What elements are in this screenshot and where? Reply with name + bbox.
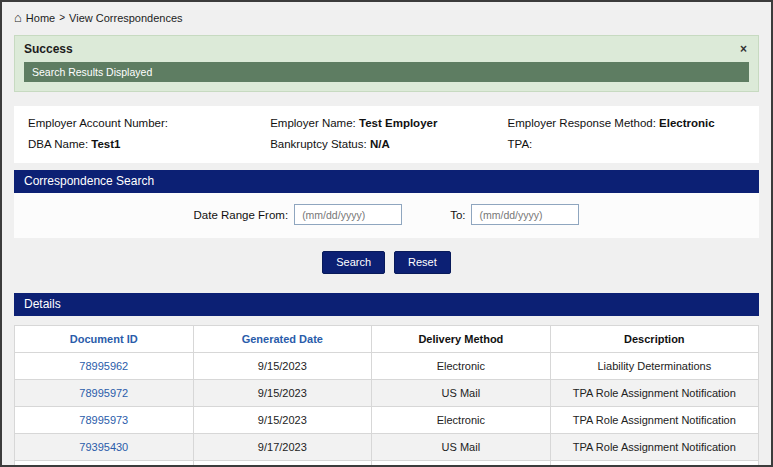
document-id-link[interactable]: 79395430 — [79, 441, 128, 453]
document-id-link[interactable]: 78995972 — [79, 387, 128, 399]
reset-button[interactable]: Reset — [394, 251, 451, 274]
date-range-to-label: To: — [450, 209, 465, 221]
description-cell: TPA Role Assignment Notification — [550, 380, 758, 407]
delivery-method-cell: Electronic — [372, 461, 551, 467]
delivery-method-cell: Electronic — [372, 407, 551, 434]
employer-account-number-field: Employer Account Number: — [28, 117, 270, 129]
dba-name-label: DBA Name: — [28, 138, 88, 150]
employer-response-method-value: Electronic — [659, 117, 715, 129]
tpa-field: TPA: — [508, 138, 745, 150]
table-row: 78995972 9/15/2023 US Mail TPA Role Assi… — [15, 380, 759, 407]
employer-response-method-field: Employer Response Method: Electronic — [508, 117, 745, 129]
details-header: Details — [14, 293, 759, 316]
alert-title: Success — [24, 42, 73, 56]
bankruptcy-status-field: Bankruptcy Status: N/A — [270, 138, 507, 150]
table-row: 78995973 9/15/2023 Electronic TPA Role A… — [15, 407, 759, 434]
correspondence-table: Document ID Generated Date Delivery Meth… — [14, 325, 759, 467]
generated-date-cell: 9/17/2023 — [193, 434, 372, 461]
employer-name-value: Test Employer — [359, 117, 437, 129]
generated-date-cell: 9/15/2023 — [193, 353, 372, 380]
tpa-label: TPA: — [508, 138, 533, 150]
delivery-method-cell: US Mail — [372, 380, 551, 407]
delivery-method-cell: US Mail — [372, 434, 551, 461]
employer-name-field: Employer Name: Test Employer — [270, 117, 507, 129]
employer-info-panel: Employer Account Number: Employer Name: … — [14, 106, 759, 163]
success-alert: Success × Search Results Displayed — [14, 35, 759, 92]
generated-date-cell: 9/15/2023 — [193, 407, 372, 434]
date-to-input[interactable] — [471, 204, 579, 225]
employer-name-label: Employer Name: — [270, 117, 356, 129]
home-icon: ⌂ — [14, 11, 22, 24]
table-row: 78995962 9/15/2023 Electronic Liability … — [15, 353, 759, 380]
search-button-row: Search Reset — [2, 251, 771, 274]
table-row: 79395431 9/17/2023 Electronic TPA Role A… — [15, 461, 759, 467]
generated-date-cell: 9/17/2023 — [193, 461, 372, 467]
column-header-delivery-method: Delivery Method — [372, 326, 551, 353]
bankruptcy-status-value: N/A — [370, 138, 390, 150]
dba-name-field: DBA Name: Test1 — [28, 138, 270, 150]
view-correspondences-page: ⌂ Home > View Correspondences Success × … — [0, 0, 773, 467]
employer-response-method-label: Employer Response Method: — [508, 117, 656, 129]
table-header-row: Document ID Generated Date Delivery Meth… — [15, 326, 759, 353]
column-header-description: Description — [550, 326, 758, 353]
description-cell: Liability Determinations — [550, 353, 758, 380]
alert-message: Search Results Displayed — [24, 62, 749, 82]
breadcrumb-separator-icon: > — [59, 12, 65, 23]
search-button[interactable]: Search — [322, 251, 385, 274]
employer-account-number-label: Employer Account Number: — [28, 117, 168, 129]
breadcrumb: ⌂ Home > View Correspondences — [2, 2, 771, 29]
document-id-link[interactable]: 78995973 — [79, 414, 128, 426]
delivery-method-cell: Electronic — [372, 353, 551, 380]
breadcrumb-home-link[interactable]: Home — [26, 12, 55, 24]
correspondence-table-wrap: Document ID Generated Date Delivery Meth… — [14, 325, 759, 467]
table-row: 79395430 9/17/2023 US Mail TPA Role Assi… — [15, 434, 759, 461]
generated-date-cell: 9/15/2023 — [193, 380, 372, 407]
description-cell: TPA Role Assignment Notification — [550, 461, 758, 467]
correspondence-search-header: Correspondence Search — [14, 170, 759, 193]
close-icon[interactable]: × — [738, 43, 749, 55]
column-header-document-id[interactable]: Document ID — [15, 326, 194, 353]
bankruptcy-status-label: Bankruptcy Status: — [270, 138, 367, 150]
description-cell: TPA Role Assignment Notification — [550, 407, 758, 434]
document-id-link[interactable]: 78995962 — [79, 360, 128, 372]
date-range-from-label: Date Range From: — [194, 209, 289, 221]
dba-name-value: Test1 — [91, 138, 120, 150]
column-header-generated-date[interactable]: Generated Date — [193, 326, 372, 353]
success-alert-header: Success × — [24, 42, 749, 56]
breadcrumb-current: View Correspondences — [69, 12, 183, 24]
search-form: Date Range From: To: — [14, 193, 759, 238]
description-cell: TPA Role Assignment Notification — [550, 434, 758, 461]
date-from-input[interactable] — [294, 204, 402, 225]
